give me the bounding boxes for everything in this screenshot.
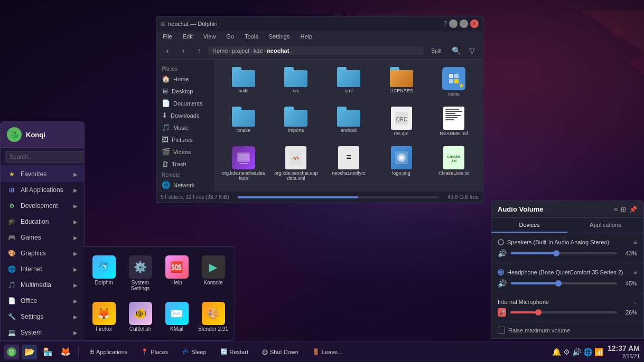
sidebar-item-development[interactable]: ⚙ Development ▶ — [1, 198, 84, 214]
back-button[interactable]: ‹ — [161, 44, 174, 57]
firefox-taskbar-icon[interactable]: 🦊 — [58, 345, 73, 359]
mic-muted-icon[interactable]: 🎤 — [498, 308, 506, 317]
help-button[interactable]: ? — [443, 20, 447, 27]
file-item-qml[interactable]: qml — [324, 64, 374, 100]
audio-settings-icon[interactable]: ⊞ — [621, 206, 626, 213]
breadcrumb-project[interactable]: project — [232, 47, 249, 54]
raise-max-checkbox[interactable] — [498, 327, 505, 334]
file-item-cmake[interactable]: cmake — [219, 103, 268, 140]
sidebar-item-music[interactable]: 🎵 Music — [156, 121, 214, 134]
internal-mic-menu-icon[interactable]: ≡ — [634, 299, 637, 305]
fav-item-firefox[interactable]: 🦊 Firefox — [87, 298, 121, 336]
taskbar-restart-btn[interactable]: 🔄 Restart — [215, 346, 254, 357]
file-item-desktop1[interactable]: org.kde.neochat.desktop — [219, 143, 268, 185]
file-item-readme[interactable]: README.md — [429, 103, 479, 140]
sidebar-item-settings[interactable]: 🔧 Settings ▶ — [1, 309, 84, 325]
fav-item-dolphin[interactable]: 🐬 Dolphin — [87, 251, 121, 296]
split-button[interactable]: Split — [426, 44, 447, 57]
filter-button[interactable]: ▽ — [465, 44, 479, 57]
sidebar-item-trash[interactable]: 🗑 Trash — [156, 158, 214, 170]
headphone-menu-icon[interactable]: ≡ — [633, 269, 637, 276]
sidebar-item-internet[interactable]: 🌐 Internet ▶ — [1, 261, 84, 277]
taskbar-applications-btn[interactable]: ⊞ Applications — [84, 346, 133, 357]
maximize-button[interactable]: □ — [460, 20, 468, 28]
sidebar-item-office[interactable]: 📄 Office ▶ — [1, 293, 84, 309]
fav-item-help[interactable]: 🆘 Help — [160, 251, 194, 296]
minimize-button[interactable]: _ — [449, 20, 458, 28]
sidebar-item-games[interactable]: 🎮 Games ▶ — [1, 230, 84, 245]
fav-item-system-settings[interactable]: ⚙️ System Settings — [123, 251, 157, 296]
volume-tray-icon[interactable]: 🔊 — [572, 348, 581, 356]
sidebar-item-desktop[interactable]: 🖥 Desktop — [156, 85, 214, 97]
search-button[interactable]: 🔍 — [449, 44, 463, 57]
menu-help[interactable]: Help — [298, 32, 314, 41]
menu-settings[interactable]: Settings — [267, 32, 292, 41]
kde-search-input[interactable] — [5, 151, 85, 163]
file-item-licenses[interactable]: LICENSES — [377, 64, 426, 100]
network-tray-icon[interactable]: 🌐 — [583, 348, 592, 356]
sidebar-item-favorites[interactable]: ★ Favorites ▶ — [1, 166, 84, 182]
menu-tools[interactable]: Tools — [242, 32, 260, 41]
dolphin-taskbar-icon[interactable]: 📂 — [22, 345, 37, 359]
speakers-radio[interactable] — [498, 239, 504, 245]
breadcrumb-kde[interactable]: kde — [254, 47, 263, 54]
tab-devices[interactable]: Devices — [491, 218, 567, 233]
menu-edit[interactable]: Edit — [181, 32, 195, 41]
breadcrumb-bar: Home › project › kde › neochat — [208, 46, 424, 55]
menu-view[interactable]: View — [201, 32, 218, 41]
wifi-tray-icon[interactable]: 📶 — [594, 348, 603, 356]
menu-file[interactable]: File — [161, 32, 174, 41]
sidebar-item-downloads[interactable]: ⬇ Downloads — [156, 109, 214, 121]
kde-store-taskbar-icon[interactable]: 🏪 — [40, 345, 55, 359]
settings-tray-icon[interactable]: ⚙ — [563, 348, 570, 356]
file-item-cmakelists[interactable]: cmake .txt CMakeLists.txt — [429, 143, 479, 185]
fav-item-konsole[interactable]: ▶ Konsole — [196, 251, 230, 296]
file-item-logo[interactable]: logo.png — [377, 143, 426, 185]
fav-item-kmail[interactable]: ✉️ KMail — [160, 298, 194, 336]
taskbar-clock[interactable]: 12:37 AM 2/16/21 — [608, 344, 640, 360]
sidebar-item-education[interactable]: 🎓 Education ▶ — [1, 214, 84, 230]
file-item-build[interactable]: build — [219, 64, 268, 100]
audio-menu-icon[interactable]: ≡ — [614, 206, 618, 213]
forward-button[interactable]: › — [176, 44, 190, 57]
taskbar-shutdown-btn[interactable]: ⏻ Shut Down — [257, 347, 304, 357]
tab-applications[interactable]: Applications — [567, 218, 643, 233]
file-item-appdata[interactable]: </> org.kde.neochat.appdata.xml — [272, 143, 321, 185]
sidebar-item-pictures[interactable]: 🖼 Pictures — [156, 134, 214, 146]
sidebar-item-all-applications[interactable]: ⊞ All Applications ▶ — [1, 182, 84, 198]
notification-icon[interactable]: 🔔 — [552, 348, 561, 356]
sidebar-item-network[interactable]: 🌐 Network — [156, 179, 214, 191]
menu-go[interactable]: Go — [224, 32, 236, 41]
speakers-slider[interactable] — [511, 252, 617, 254]
headphone-slider[interactable] — [511, 282, 617, 284]
file-item-src[interactable]: src — [272, 64, 321, 100]
breadcrumb-neochat[interactable]: neochat — [267, 47, 289, 54]
sidebar-item-documents[interactable]: 📄 Documents — [156, 97, 214, 109]
konqi-taskbar-icon[interactable] — [4, 345, 19, 359]
audio-pin-icon[interactable]: 📌 — [629, 206, 637, 213]
taskbar-sleep-btn[interactable]: 💤 Sleep — [176, 346, 211, 357]
breadcrumb-home[interactable]: Home — [212, 47, 228, 54]
fav-item-blender[interactable]: 🎨 Blender 2.91 — [196, 298, 230, 336]
sidebar-item-system[interactable]: 💻 System ▶ — [1, 325, 84, 340]
sidebar-item-multimedia[interactable]: 🎵 Multimedia ▶ — [1, 277, 84, 293]
headphone-radio[interactable] — [498, 269, 504, 275]
file-item-notifyrc[interactable]: ≡ neochat.notifyrc — [324, 143, 374, 185]
sidebar-item-graphics[interactable]: 🎨 Graphics ▶ — [1, 245, 84, 261]
file-item-res-qrc[interactable]: QRC res.qrc — [377, 103, 426, 140]
file-item-android[interactable]: android — [324, 103, 374, 140]
speakers-menu-icon[interactable]: ≡ — [633, 239, 637, 246]
videos-icon: 🎬 — [162, 148, 170, 156]
sidebar-item-home[interactable]: 🏠 Home — [156, 73, 214, 85]
file-item-icons[interactable]: icons — [429, 64, 479, 100]
close-button[interactable]: ✕ — [470, 20, 479, 28]
internal-mic-slider[interactable] — [510, 311, 617, 313]
file-item-imports[interactable]: imports — [272, 103, 321, 140]
taskbar-places-btn[interactable]: 📍 Places — [136, 346, 173, 357]
sidebar-item-videos[interactable]: 🎬 Videos — [156, 146, 214, 158]
speakers-volume-pct: 43% — [621, 250, 637, 256]
audio-device-headphone: Headphone (Bose QuietComfort 35 Series 2… — [491, 263, 643, 293]
taskbar-leave-btn[interactable]: 🚪 Leave... — [307, 346, 348, 357]
fav-item-cuttlefish[interactable]: 🐠 Cuttlefish — [123, 298, 157, 336]
up-button[interactable]: ↑ — [192, 44, 206, 57]
